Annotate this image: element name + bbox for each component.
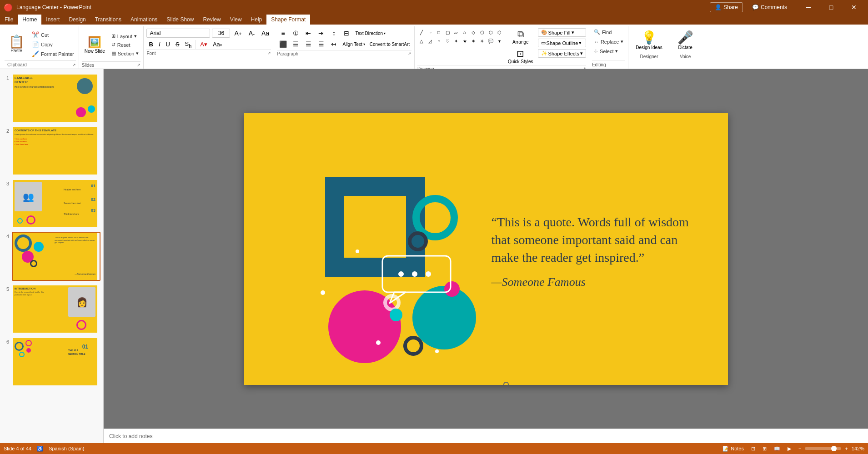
increase-font-button[interactable]: A+ <box>232 28 244 38</box>
line-spacing-button[interactable]: ↕ <box>328 28 340 38</box>
quick-styles-button[interactable]: ⊡ Quick Styles <box>505 47 536 65</box>
format-painter-button[interactable]: 🖌️ Format Painter <box>30 50 76 58</box>
shape-hexagon[interactable]: ⬡ <box>487 28 495 36</box>
shadow-button[interactable]: Sh <box>183 40 194 50</box>
tab-slide-show[interactable]: Slide Show <box>162 15 198 25</box>
maximize-button[interactable]: □ <box>821 0 842 15</box>
new-slide-button[interactable]: 🖼️ New Slide <box>82 34 108 55</box>
section-button[interactable]: ▤ Section ▾ <box>110 50 141 57</box>
layout-button[interactable]: ⊞ Layout ▾ <box>110 32 141 40</box>
tab-help[interactable]: Help <box>246 15 267 25</box>
align-right-button[interactable]: ☰ <box>302 39 314 49</box>
shape-callout[interactable]: 💬 <box>487 37 495 45</box>
slide-thumbnail-4[interactable]: "This is a quote. Words full of wisdom t… <box>12 232 100 281</box>
zoom-in-button[interactable]: + <box>843 445 849 452</box>
slides-dialog-button[interactable]: ↗ <box>137 63 140 68</box>
notes-status-button[interactable]: 📝 Notes <box>721 445 746 453</box>
clear-formatting-button[interactable]: Aa <box>259 28 271 38</box>
shape-right-triangle[interactable]: ◿ <box>426 37 434 45</box>
copy-button[interactable]: 📄 Copy <box>30 40 76 49</box>
numbered-list-button[interactable]: ① <box>290 28 301 38</box>
share-button[interactable]: 👤 Share <box>710 2 743 12</box>
zoom-slider[interactable] <box>805 447 841 450</box>
shape-heptagon[interactable]: ⬡ <box>495 28 503 36</box>
shape-triangle[interactable]: △ <box>417 37 426 45</box>
minimize-button[interactable]: ─ <box>798 0 819 15</box>
shape-star5[interactable]: ★ <box>461 37 469 45</box>
font-size-input[interactable] <box>212 29 230 38</box>
shape-fill-button[interactable]: 🎨 Shape Fill ▾ <box>538 28 586 37</box>
slide-thumbnail-5[interactable]: INTRODUCTION Here is the content body te… <box>12 284 100 334</box>
increase-indent-button[interactable]: ⇥ <box>315 28 327 38</box>
normal-view-button[interactable]: ⊡ <box>749 445 757 453</box>
justify-button[interactable]: ☰ <box>315 39 327 49</box>
shape-star6[interactable]: ✶ <box>469 37 477 45</box>
shape-trapezoid[interactable]: ⌂ <box>461 28 469 36</box>
align-text-button[interactable]: Align Text ▾ <box>341 41 366 47</box>
clipboard-dialog-button[interactable]: ↗ <box>72 63 76 67</box>
bullet-list-button[interactable]: ≡ <box>277 28 289 38</box>
convert-smartart-button[interactable]: Convert to SmartArt <box>368 41 411 47</box>
indent-button[interactable]: ↤ <box>328 39 340 49</box>
shape-heart[interactable]: ♡ <box>443 37 452 45</box>
shape-outline-button[interactable]: ▭ Shape Outline ▾ <box>538 39 586 47</box>
rotate-handle[interactable] <box>503 382 509 385</box>
decrease-indent-button[interactable]: ⇤ <box>302 28 314 38</box>
replace-button[interactable]: ↔ Replace ▾ <box>592 38 625 45</box>
tab-view[interactable]: View <box>226 15 246 25</box>
font-name-input[interactable] <box>146 29 210 38</box>
cut-button[interactable]: ✂️ Cut <box>30 30 76 39</box>
zoom-thumb[interactable] <box>831 446 837 451</box>
tab-animations[interactable]: Animations <box>126 15 162 25</box>
tab-file[interactable]: File <box>0 15 18 25</box>
shape-effects-button[interactable]: ✨ Shape Effects ▾ <box>538 49 586 58</box>
slide-thumbnail-6[interactable]: 01 THIS IS A SECTION TITLE <box>12 337 100 386</box>
shape-arrow-line[interactable]: → <box>426 28 434 36</box>
shape-diamond[interactable]: ◇ <box>469 28 477 36</box>
zoom-out-button[interactable]: − <box>797 445 803 452</box>
columns-button[interactable]: ⊟ <box>341 28 352 38</box>
italic-button[interactable]: I <box>156 40 163 49</box>
align-center-button[interactable]: ☰ <box>290 39 301 49</box>
tab-shape-format[interactable]: Shape Format <box>266 15 310 25</box>
bold-button[interactable]: B <box>146 40 155 49</box>
slide-thumbnail-3[interactable]: 01 Header text here 02 Second item text … <box>12 179 100 228</box>
font-color-button[interactable]: A▾ <box>198 40 210 49</box>
slide-thumbnail-1[interactable]: LANGUAGE CENTER Here is where your prese… <box>12 74 100 123</box>
reset-button[interactable]: ↺ Reset <box>110 41 141 49</box>
underline-button[interactable]: U <box>164 40 172 49</box>
paste-button[interactable]: 📋 Paste <box>5 28 28 60</box>
shape-oval[interactable]: ○ <box>435 37 443 45</box>
shape-pentagon[interactable]: ⬠ <box>478 28 486 36</box>
close-button[interactable]: ✕ <box>843 0 864 15</box>
dictate-button[interactable]: 🎤 Dictate <box>674 28 697 52</box>
shape-rounded-rect[interactable]: ▢ <box>443 28 452 36</box>
slide-thumbnail-2[interactable]: CONTENTS OF THIS TEMPLATE Lorem ipsum do… <box>12 126 100 175</box>
highlight-color-button[interactable]: Aa▾ <box>211 40 224 49</box>
text-direction-button[interactable]: Text Direction ▾ <box>353 30 387 36</box>
shape-star4[interactable]: ✦ <box>452 37 460 45</box>
shape-line[interactable]: ╱ <box>417 28 426 36</box>
font-dialog-button[interactable]: ↗ <box>267 51 271 56</box>
shape-more[interactable]: ▾ <box>495 37 503 45</box>
tab-insert[interactable]: Insert <box>41 15 64 25</box>
strikethrough-button[interactable]: S <box>173 40 182 49</box>
slide-sorter-button[interactable]: ⊞ <box>761 445 768 453</box>
align-left-button[interactable]: ⬛ <box>277 39 289 49</box>
slide-show-button[interactable]: ▶ <box>786 445 793 453</box>
shape-parallelogram[interactable]: ▱ <box>452 28 460 36</box>
tab-transitions[interactable]: Transitions <box>90 15 126 25</box>
tab-design[interactable]: Design <box>64 15 90 25</box>
design-ideas-button[interactable]: 💡 Design Ideas <box>632 28 666 52</box>
tab-home[interactable]: Home <box>18 15 41 25</box>
shape-star8[interactable]: ✳ <box>478 37 486 45</box>
notes-bar[interactable]: Click to add notes <box>104 429 868 443</box>
arrange-button[interactable]: ⧉ Arrange <box>505 28 536 45</box>
slide-canvas[interactable]: “This is a quote. Words full of wisdom t… <box>244 113 728 385</box>
comments-button[interactable]: 💬 Comments <box>748 3 791 12</box>
slide-canvas-wrapper[interactable]: “This is a quote. Words full of wisdom t… <box>104 69 868 429</box>
shape-rect[interactable]: □ <box>435 28 443 36</box>
find-button[interactable]: 🔍 Find <box>592 28 625 36</box>
select-button[interactable]: ⊹ Select ▾ <box>592 47 625 55</box>
paragraph-dialog-button[interactable]: ↗ <box>408 51 411 56</box>
